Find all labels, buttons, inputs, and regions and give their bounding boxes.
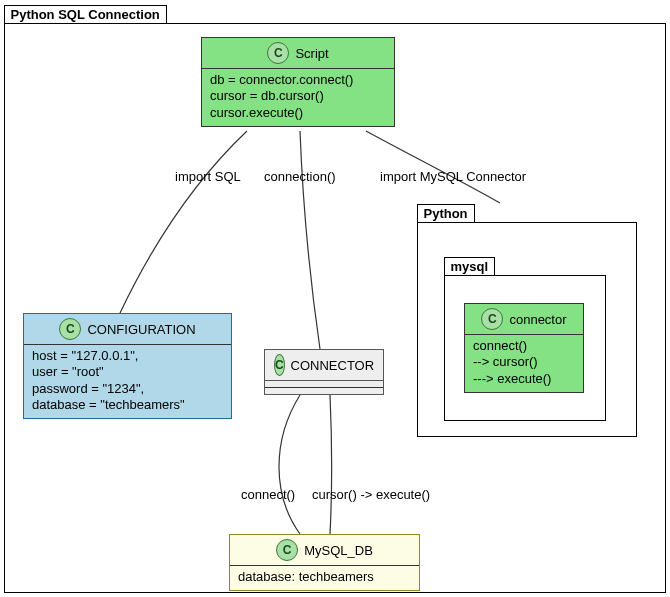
- package-root-label: Python SQL Connection: [4, 5, 167, 23]
- class-icon: C: [276, 539, 298, 561]
- class-configuration-body: host = "127.0.0.1", user = "root" passwo…: [24, 345, 231, 418]
- class-icon: C: [481, 308, 503, 330]
- edge-label-connect: connect(): [241, 487, 295, 502]
- class-script: C Script db = connector.connect() cursor…: [201, 37, 395, 127]
- class-mysql-db-title: MySQL_DB: [304, 543, 373, 558]
- class-connector-mod: C connector connect() --> cursor() ---> …: [464, 303, 584, 393]
- edge-label-cursor-execute: cursor() -> execute(): [312, 487, 430, 502]
- class-icon: C: [274, 354, 285, 376]
- class-icon: C: [267, 42, 289, 64]
- class-configuration-title: CONFIGURATION: [87, 322, 195, 337]
- edge-label-import-sql: import SQL: [175, 169, 241, 184]
- class-connector-mod-body: connect() --> cursor() ---> execute(): [465, 335, 583, 392]
- class-mysql-db: C MySQL_DB database: techbeamers: [229, 534, 420, 591]
- class-icon: C: [59, 318, 81, 340]
- edge-label-import-mysql: import MySQL Connector: [380, 169, 526, 184]
- package-mysql-label: mysql: [444, 257, 496, 275]
- class-connector-title: CONNECTOR: [291, 358, 375, 373]
- class-connector: C CONNECTOR: [264, 349, 384, 395]
- class-script-title: Script: [295, 46, 328, 61]
- class-script-body: db = connector.connect() cursor = db.cur…: [202, 69, 394, 126]
- package-python-label: Python: [417, 204, 475, 222]
- edge-label-connection: connection(): [264, 169, 336, 184]
- class-mysql-db-body: database: techbeamers: [230, 566, 419, 590]
- class-configuration: C CONFIGURATION host = "127.0.0.1", user…: [23, 313, 232, 419]
- class-connector-mod-title: connector: [509, 312, 566, 327]
- diagram-root: Python SQL Connection C Script db = conn…: [0, 0, 670, 597]
